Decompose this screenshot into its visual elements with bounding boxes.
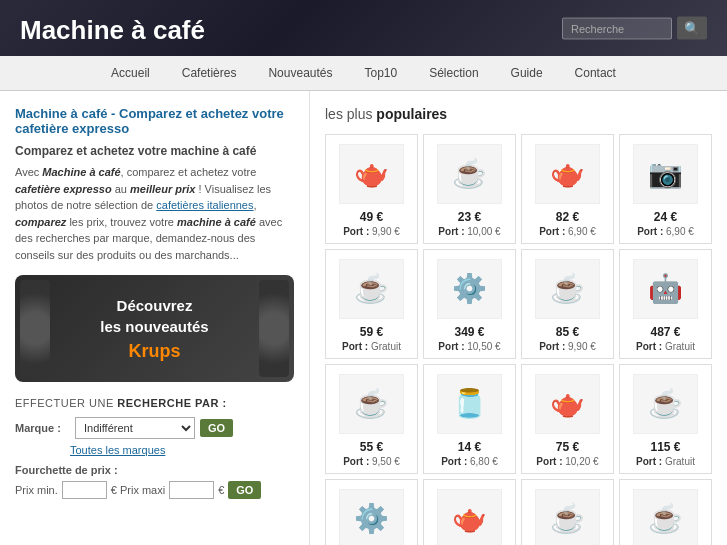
marque-label: Marque :: [15, 422, 70, 434]
price-label: Fourchette de prix :: [15, 464, 294, 476]
nav-nouveautes[interactable]: Nouveautés: [252, 56, 348, 90]
product-image-5: ☕: [337, 256, 407, 321]
product-image-15: ☕: [533, 486, 603, 545]
search-input[interactable]: [562, 17, 672, 39]
all-brands-link[interactable]: Toutes les marques: [70, 444, 294, 456]
product-image-7: ☕: [533, 256, 603, 321]
nav-accueil[interactable]: Accueil: [95, 56, 166, 90]
main-content: Machine à café - Comparez et achetez vot…: [0, 91, 727, 545]
product-image-1: 🫖: [337, 141, 407, 206]
marque-row: Marque : Indifférent Krups DeLonghi Nesp…: [15, 417, 294, 439]
product-placeholder-2: ☕: [437, 144, 502, 204]
right-column: les plus populaires 🫖 49 € Port : 9,90 €…: [310, 91, 727, 545]
article-subtitle: Comparez et achetez votre machine à café: [15, 144, 294, 158]
product-grid: 🫖 49 € Port : 9,90 € ☕ 23 € Port : 10,00…: [325, 134, 712, 545]
prix-min-input[interactable]: [62, 481, 107, 499]
product-card-11[interactable]: 🫖 75 € Port : 10,20 €: [521, 364, 614, 474]
promo-text-line2: les nouveautés: [35, 316, 274, 337]
search-button[interactable]: 🔍: [677, 17, 707, 40]
search-area: 🔍: [562, 17, 707, 40]
product-placeholder-10: 🫙: [437, 374, 502, 434]
product-placeholder-4: 📷: [633, 144, 698, 204]
search-section-title: EFFECTUER UNE RECHERCHE PAR :: [15, 397, 294, 409]
product-placeholder-16: ☕: [633, 489, 698, 546]
product-image-4: 📷: [631, 141, 701, 206]
product-image-11: 🫖: [533, 371, 603, 436]
nav-top10[interactable]: Top10: [348, 56, 413, 90]
product-image-3: 🫖: [533, 141, 603, 206]
product-price-5: 59 €: [332, 325, 411, 339]
euro-label: €: [218, 484, 224, 496]
product-placeholder-12: ☕: [633, 374, 698, 434]
product-placeholder-11: 🫖: [535, 374, 600, 434]
promo-text-line1: Découvrez: [35, 295, 274, 316]
product-card-12[interactable]: ☕ 115 € Port : Gratuit: [619, 364, 712, 474]
product-card-14[interactable]: 🫖 48 €: [423, 479, 516, 545]
product-placeholder-5: ☕: [339, 259, 404, 319]
product-price-2: 23 €: [430, 210, 509, 224]
product-price-4: 24 €: [626, 210, 705, 224]
marque-go-button[interactable]: GO: [200, 419, 233, 437]
product-placeholder-13: ⚙️: [339, 489, 404, 546]
product-port-1: Port : 9,90 €: [332, 226, 411, 237]
price-go-button[interactable]: GO: [228, 481, 261, 499]
product-image-16: ☕: [631, 486, 701, 545]
product-price-8: 487 €: [626, 325, 705, 339]
product-price-6: 349 €: [430, 325, 509, 339]
product-card-10[interactable]: 🫙 14 € Port : 6,80 €: [423, 364, 516, 474]
product-card-13[interactable]: ⚙️ 149 €: [325, 479, 418, 545]
product-card-8[interactable]: 🤖 487 € Port : Gratuit: [619, 249, 712, 359]
product-card-6[interactable]: ⚙️ 349 € Port : 10,50 €: [423, 249, 516, 359]
product-image-8: 🤖: [631, 256, 701, 321]
main-nav: Accueil Cafetières Nouveautés Top10 Séle…: [0, 56, 727, 91]
product-card-16[interactable]: ☕ 53 €: [619, 479, 712, 545]
product-card-4[interactable]: 📷 24 € Port : 6,90 €: [619, 134, 712, 244]
search-section: EFFECTUER UNE RECHERCHE PAR : Marque : I…: [15, 397, 294, 499]
nav-guide[interactable]: Guide: [495, 56, 559, 90]
product-price-7: 85 €: [528, 325, 607, 339]
product-placeholder-9: ☕: [339, 374, 404, 434]
product-card-2[interactable]: ☕ 23 € Port : 10,00 €: [423, 134, 516, 244]
marque-select[interactable]: Indifférent Krups DeLonghi Nespresso Bos…: [75, 417, 195, 439]
product-price-9: 55 €: [332, 440, 411, 454]
left-column: Machine à café - Comparez et achetez vot…: [0, 91, 310, 545]
product-image-13: ⚙️: [337, 486, 407, 545]
product-port-11: Port : 10,20 €: [528, 456, 607, 467]
product-card-5[interactable]: ☕ 59 € Port : Gratuit: [325, 249, 418, 359]
article-title: Machine à café - Comparez et achetez vot…: [15, 106, 294, 136]
product-port-6: Port : 10,50 €: [430, 341, 509, 352]
product-placeholder-8: 🤖: [633, 259, 698, 319]
article-body: Avec Machine à café, comparez et achetez…: [15, 164, 294, 263]
header: Machine à café 🔍: [0, 0, 727, 56]
product-port-2: Port : 10,00 €: [430, 226, 509, 237]
product-port-12: Port : Gratuit: [626, 456, 705, 467]
product-price-12: 115 €: [626, 440, 705, 454]
product-card-15[interactable]: ☕ 139 €: [521, 479, 614, 545]
product-card-3[interactable]: 🫖 82 € Port : 6,90 €: [521, 134, 614, 244]
product-port-3: Port : 6,90 €: [528, 226, 607, 237]
section-header-bold: populaires: [376, 106, 447, 122]
prix-max-input[interactable]: [169, 481, 214, 499]
product-placeholder-6: ⚙️: [437, 259, 502, 319]
product-placeholder-7: ☕: [535, 259, 600, 319]
product-card-1[interactable]: 🫖 49 € Port : 9,90 €: [325, 134, 418, 244]
promo-box[interactable]: Découvrez les nouveautés Krups: [15, 275, 294, 382]
product-image-2: ☕: [435, 141, 505, 206]
price-row: Prix min. € Prix maxi € GO: [15, 481, 294, 499]
product-placeholder-15: ☕: [535, 489, 600, 546]
promo-brand: Krups: [35, 341, 274, 362]
nav-selection[interactable]: Sélection: [413, 56, 494, 90]
product-price-11: 75 €: [528, 440, 607, 454]
popular-section-header: les plus populaires: [325, 106, 712, 122]
product-image-9: ☕: [337, 371, 407, 436]
product-card-9[interactable]: ☕ 55 € Port : 9,50 €: [325, 364, 418, 474]
section-header-normal: les plus: [325, 106, 376, 122]
product-port-7: Port : 9,90 €: [528, 341, 607, 352]
product-image-6: ⚙️: [435, 256, 505, 321]
product-price-1: 49 €: [332, 210, 411, 224]
product-placeholder-1: 🫖: [339, 144, 404, 204]
nav-cafetieres[interactable]: Cafetières: [166, 56, 253, 90]
nav-contact[interactable]: Contact: [559, 56, 632, 90]
product-card-7[interactable]: ☕ 85 € Port : 9,90 €: [521, 249, 614, 359]
product-image-14: 🫖: [435, 486, 505, 545]
